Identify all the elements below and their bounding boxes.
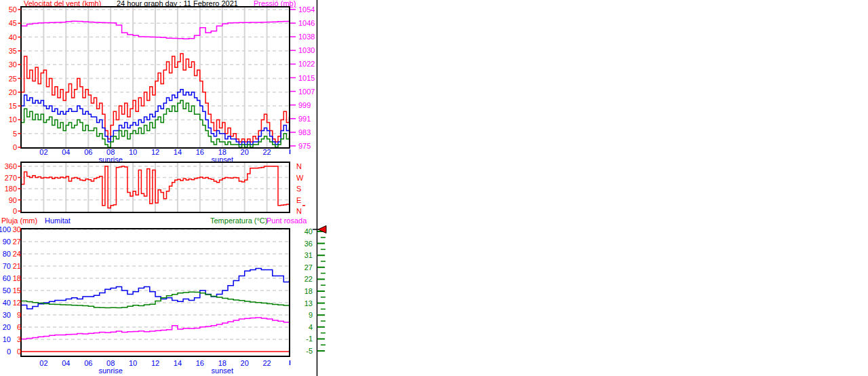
temp-tick-label: 18	[304, 287, 313, 295]
compass-label: S	[296, 185, 301, 193]
wind-pressure-chart: 5045403530252015105010541046103810301022…	[9, 5, 315, 164]
wind-tick-label: 15	[9, 102, 17, 110]
pressure-tick-label: 991	[298, 115, 311, 123]
direction-tick-label: 180	[5, 185, 17, 193]
temp-tick-label: -5	[306, 347, 313, 355]
temp-tick-label: 9	[309, 311, 313, 319]
wind-direction-chart: 360270180900NWSEN	[5, 162, 305, 215]
temp-tick-label: 13	[304, 299, 313, 307]
time-label: 12	[151, 148, 159, 156]
humidity-tick-label: 10	[3, 335, 11, 343]
humidity-tick-label: 30	[3, 311, 11, 319]
direction-tick-label: 0	[13, 207, 17, 215]
rain-tick-label: 12	[13, 299, 21, 307]
time-label: 14	[174, 359, 182, 367]
pressure-tick-label: 1046	[298, 19, 315, 27]
rain-tick-label: 27	[13, 238, 21, 246]
compass-label: E	[296, 196, 301, 204]
time-label: 22	[262, 359, 271, 367]
compass-label: N	[296, 162, 302, 170]
direction-tick-label: 360	[5, 162, 17, 170]
time-label: 12	[151, 359, 159, 367]
pressure-tick-label: 983	[298, 128, 311, 136]
humidity-tick-label: 80	[3, 250, 11, 258]
sunset-label: sunset	[212, 366, 233, 375]
pressure-tick-label: 1015	[298, 74, 315, 82]
weather-24h-graph-page: { "header": { "left_label": "Velocitat d…	[0, 0, 868, 376]
temp-tick-label: 4	[309, 323, 313, 331]
rain-tick-label: 24	[13, 250, 21, 258]
divider-and-temp-scale: 4036312722181394-1-5	[304, 0, 326, 376]
direction-tick-label: 90	[9, 196, 17, 204]
pressure-tick-label: 1038	[298, 33, 315, 41]
humidity-tick-label: 100	[0, 225, 11, 233]
time-label: 16	[196, 359, 204, 367]
wind-tick-label: 10	[9, 115, 17, 124]
temp-tick-label: -1	[306, 335, 313, 343]
wind-tick-label: 40	[9, 33, 17, 41]
pressure-tick-label: 1022	[298, 60, 315, 68]
temp-tick-label: 27	[304, 263, 313, 271]
time-label: 02	[39, 148, 47, 156]
temp-tick-label: 36	[304, 240, 313, 248]
series-dew-point-C	[22, 318, 290, 339]
series-wind-direction	[22, 166, 290, 208]
humidity-tick-label: 70	[3, 262, 11, 270]
sunrise-label: sunrise	[98, 366, 122, 375]
temp-tick-label: 31	[304, 251, 313, 259]
pressure-tick-label: 975	[298, 142, 311, 150]
humidity-tick-label: 40	[3, 299, 11, 307]
wind-tick-label: 20	[9, 88, 17, 96]
time-label: 20	[241, 148, 249, 156]
humidity-tick-label: 50	[3, 286, 11, 295]
time-label: 10	[129, 148, 137, 156]
rain-tick-label: 15	[13, 286, 21, 295]
time-label: 06	[84, 359, 92, 367]
wind-tick-label: 35	[9, 47, 17, 55]
rain-tick-label: 21	[13, 262, 21, 270]
compass-label: W	[296, 174, 304, 182]
rain-tick-label: 6	[17, 323, 21, 331]
time-label: 02	[39, 359, 47, 367]
temp-tick-label: 40	[304, 227, 313, 236]
wind-tick-label: 45	[9, 19, 17, 27]
pressure-tick-label: 1030	[298, 46, 315, 54]
pressure-tick-label: 1007	[298, 88, 315, 96]
rain-tick-label: 0	[17, 347, 21, 356]
time-label: 06	[84, 148, 92, 156]
time-label: 10	[129, 359, 137, 367]
pressure-tick-label: 1054	[298, 5, 315, 14]
pressure-tick-label: 999	[298, 101, 311, 109]
rain-tick-label: 18	[13, 274, 21, 282]
humidity-tick-label: 20	[3, 323, 11, 331]
compass-label: N	[296, 207, 302, 215]
rain-tick-label: 9	[17, 311, 21, 319]
humidity-tick-label: 90	[3, 238, 11, 246]
rain-tick-label: 3	[17, 335, 21, 343]
wind-tick-label: 25	[9, 75, 17, 83]
direction-tick-label: 270	[5, 174, 17, 182]
time-label: 04	[62, 148, 70, 156]
wind-tick-label: 0	[13, 143, 17, 151]
time-label: 20	[241, 359, 249, 367]
wind-tick-label: 50	[9, 5, 17, 14]
humidity-tick-label: 0	[7, 347, 11, 356]
charts-svg: 5045403530252015105010541046103810301022…	[0, 0, 339, 376]
temp-tick-label: 22	[304, 275, 313, 283]
wind-tick-label: 30	[9, 60, 17, 69]
time-label: 14	[174, 148, 182, 156]
humidity-tick-label: 60	[3, 274, 11, 282]
wind-tick-label: 5	[13, 130, 17, 138]
time-label: 04	[62, 359, 70, 367]
time-label: 22	[262, 148, 271, 156]
time-label: 16	[196, 148, 204, 156]
rain-tick-label: 30	[13, 225, 21, 233]
rain-humidity-temp-chart: 1009080706050403020100302724211815129630…	[0, 225, 290, 375]
